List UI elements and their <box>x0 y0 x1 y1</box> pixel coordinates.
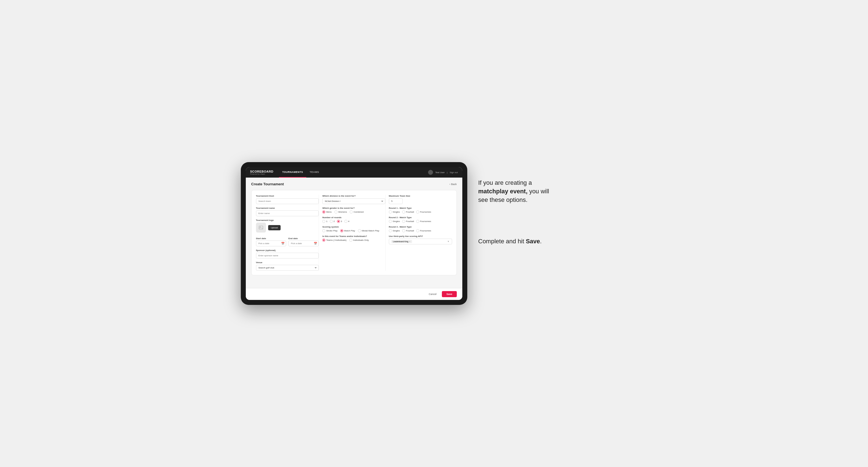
scoring-match-dot <box>340 229 343 232</box>
venue-select[interactable]: Search golf club <box>256 265 319 271</box>
save-button[interactable]: Save <box>442 291 457 297</box>
round-1-dot <box>322 220 325 223</box>
tournament-name-input[interactable] <box>256 211 319 216</box>
round2-foursomes-dot <box>416 220 419 223</box>
venue-label: Venue <box>256 261 319 264</box>
annotations: If you are creating a matchplay event, y… <box>478 162 627 246</box>
round2-singles-dot <box>389 220 392 223</box>
sponsor-input[interactable] <box>256 253 319 258</box>
round3-singles[interactable]: Singles <box>389 229 400 232</box>
round1-singles[interactable]: Singles <box>389 211 400 214</box>
page-header: Create Tournament ‹ Back <box>251 182 457 186</box>
scoring-stroke-dot <box>322 229 325 232</box>
cancel-button[interactable]: Cancel <box>425 291 440 297</box>
scoring-group: Scoring system Stroke Play Match Play <box>322 226 385 232</box>
round3-fourball[interactable]: Fourball <box>402 229 414 232</box>
sponsor-label: Sponsor (optional) <box>256 249 319 252</box>
end-date-group: End date 📅 <box>288 235 319 246</box>
tournament-name-group: Tournament name <box>256 207 319 216</box>
round-1[interactable]: 1 <box>322 220 327 223</box>
tournament-logo-group: Tournament logo Upload <box>256 219 319 232</box>
teams-both-dot <box>322 239 325 242</box>
nav-logo: SCOREBOARD Powered by clippit <box>250 170 273 175</box>
gender-radio-group: Mens Womens Combined <box>322 211 385 214</box>
round2-foursomes[interactable]: Foursomes <box>416 220 431 223</box>
max-team-size-group: Maximum Team Size <box>389 195 452 204</box>
round2-match-label: Round 2 - Match Type <box>389 216 452 219</box>
page-title: Create Tournament <box>251 182 284 186</box>
round-3[interactable]: 3 <box>337 220 342 223</box>
logo-placeholder <box>256 223 266 232</box>
calendar-icon: 📅 <box>281 242 284 245</box>
max-team-size-input[interactable] <box>389 198 403 204</box>
tag-remove-icon[interactable]: × <box>409 241 410 243</box>
tournament-host-label: Tournament Host <box>256 195 319 197</box>
start-date-label: Start date <box>256 237 266 240</box>
round-4[interactable]: 4 <box>344 220 349 223</box>
logo-sub: Powered by clippit <box>250 173 273 175</box>
scoring-label: Scoring system <box>322 226 385 228</box>
round3-fourball-dot <box>402 229 405 232</box>
round-2[interactable]: 2 <box>330 220 335 223</box>
teams-individuals-dot <box>349 239 352 242</box>
round2-match-group: Round 2 - Match Type Singles Fourball <box>389 216 452 223</box>
venue-group: Venue Search golf club <box>256 261 319 271</box>
gender-womens-dot <box>335 211 338 214</box>
nav-bar: SCOREBOARD Powered by clippit TOURNAMENT… <box>246 167 462 178</box>
sign-out-link[interactable]: Sign out <box>450 171 458 174</box>
teams-group: Is this event for Teams and/or Individua… <box>322 235 385 242</box>
tab-teams[interactable]: TEAMS <box>306 167 322 178</box>
round2-fourball-dot <box>402 220 405 223</box>
nav-tabs: TOURNAMENTS TEAMS <box>279 167 428 178</box>
rounds-label: Number of rounds <box>322 216 385 219</box>
gender-womens[interactable]: Womens <box>335 211 347 214</box>
division-label: Which division is the event for? <box>322 195 385 197</box>
round1-match-label: Round 1 - Match Type <box>389 207 452 209</box>
teams-individuals[interactable]: Individuals Only <box>349 239 369 242</box>
gender-combined-dot <box>350 211 353 214</box>
round2-fourball[interactable]: Fourball <box>402 220 414 223</box>
form-grid: Tournament Host Tournament name Tourname… <box>251 190 457 275</box>
gender-mens[interactable]: Mens <box>322 211 332 214</box>
calendar-icon-end: 📅 <box>314 242 317 245</box>
form-footer: Cancel Save <box>246 288 462 300</box>
tablet-frame: SCOREBOARD Powered by clippit TOURNAMENT… <box>241 162 467 305</box>
third-party-label: Use third-party live scoring API? <box>389 235 452 238</box>
round1-foursomes[interactable]: Foursomes <box>416 211 431 214</box>
division-group: Which division is the event for? NCAA Di… <box>322 195 385 204</box>
round1-match-group: Round 1 - Match Type Singles Fourball <box>389 207 452 214</box>
end-date-label: End date <box>288 237 298 240</box>
upload-button[interactable]: Upload <box>268 225 281 230</box>
nav-separator: | <box>447 171 447 174</box>
round1-fourball[interactable]: Fourball <box>402 211 414 214</box>
svg-point-1 <box>260 227 261 227</box>
form-col-1: Tournament Host Tournament name Tourname… <box>256 195 319 271</box>
dates-group: Start date 📅 End date <box>256 235 319 246</box>
teams-label: Is this event for Teams and/or Individua… <box>322 235 385 238</box>
division-select[interactable]: NCAA Division I <box>322 198 385 204</box>
gender-combined[interactable]: Combined <box>350 211 364 214</box>
teams-radio-group: Teams (+Individuals) Individuals Only <box>322 239 385 242</box>
round-4-dot <box>344 220 347 223</box>
round1-foursomes-dot <box>416 211 419 214</box>
scoring-match[interactable]: Match Play <box>340 229 355 232</box>
teams-both[interactable]: Teams (+Individuals) <box>322 239 347 242</box>
tournament-host-input[interactable] <box>256 198 319 204</box>
annotation-bottom: Complete and hit Save. <box>478 237 556 246</box>
round2-singles[interactable]: Singles <box>389 220 400 223</box>
tab-tournaments[interactable]: TOURNAMENTS <box>279 167 306 178</box>
gender-group: Which gender is the event for? Mens Wome… <box>322 207 385 214</box>
scoring-medal[interactable]: Medal Match Play <box>358 229 379 232</box>
scoring-stroke[interactable]: Stroke Play <box>322 229 338 232</box>
content-area: Create Tournament ‹ Back Tournament Host <box>246 178 462 288</box>
round1-singles-dot <box>389 211 392 214</box>
back-button[interactable]: ‹ Back <box>449 183 457 186</box>
sponsor-group: Sponsor (optional) <box>256 249 319 258</box>
round1-fourball-dot <box>402 211 405 214</box>
round3-foursomes[interactable]: Foursomes <box>416 229 431 232</box>
form-col-3: Maximum Team Size Round 1 - Match Type S… <box>389 195 452 271</box>
third-party-input[interactable]: Leaderboard King × ▼ <box>389 239 452 244</box>
third-party-tag: Leaderboard King × <box>391 240 412 243</box>
tablet-screen: SCOREBOARD Powered by clippit TOURNAMENT… <box>246 167 462 300</box>
round3-match-group: Round 3 - Match Type Singles Fourball <box>389 226 452 232</box>
